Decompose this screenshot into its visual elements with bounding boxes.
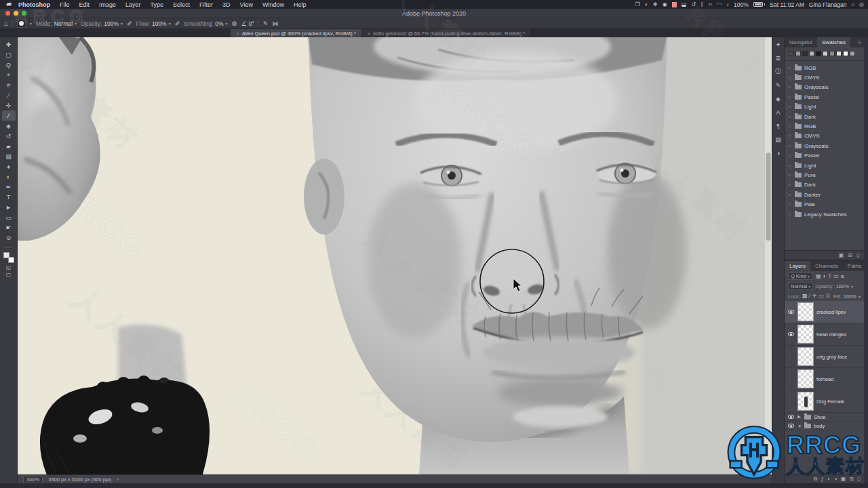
color-swatch[interactable] [802, 51, 808, 56]
twirl-icon[interactable]: › [789, 75, 792, 80]
swatch-folder-light[interactable]: ›Light [785, 161, 864, 170]
twirl-icon[interactable]: › [789, 66, 792, 70]
menu-filter[interactable]: Filter [195, 1, 218, 8]
opacity-value[interactable]: 100% [104, 20, 119, 27]
layer-thumbnail[interactable] [797, 325, 814, 344]
brush-preset-picker[interactable] [17, 19, 26, 28]
bluetooth-icon[interactable]: ᛒ [701, 1, 704, 7]
delete-layer-icon[interactable]: ⬯ [857, 476, 861, 483]
swatch-folder-rgb[interactable]: ›RGB [785, 63, 864, 73]
layer-row[interactable]: forhead [785, 368, 864, 390]
status-chevron-icon[interactable]: › [117, 476, 119, 483]
adjustment-layer-icon[interactable]: ◑ [834, 476, 837, 482]
adjustments-panel-icon[interactable]: ◑ [773, 148, 783, 157]
twirl-icon[interactable]: › [789, 163, 792, 168]
lock-artboard-icon[interactable]: ▭ [819, 293, 825, 300]
lasso-tool[interactable]: Ϙ [2, 60, 16, 70]
quick-selection-tool[interactable]: ⌖ [2, 70, 16, 80]
properties-panel-icon[interactable]: ✎ [773, 81, 783, 89]
color-swatch[interactable] [823, 51, 828, 56]
apple-menu-icon[interactable] [4, 1, 14, 8]
shape-tool[interactable]: ▭ [2, 212, 16, 222]
eye-icon[interactable] [788, 310, 794, 314]
close-tab-icon[interactable]: × [368, 30, 371, 37]
blend-mode-select[interactable]: Normal ▾ [788, 283, 813, 290]
mode-value[interactable]: Normal [54, 20, 73, 27]
character-panel-icon[interactable]: A [773, 108, 783, 117]
blend-mode-control[interactable]: Mode: Normal ▾ [36, 20, 77, 27]
volume-icon[interactable]: ♪ [726, 1, 729, 7]
color-swatch[interactable] [789, 51, 794, 56]
twirl-icon[interactable]: › [789, 182, 792, 187]
twirl-icon[interactable]: › [789, 134, 792, 138]
swatch-folder-pastel[interactable]: ›Pastel [785, 151, 864, 161]
color-swatch[interactable] [843, 51, 848, 56]
eye-icon[interactable] [788, 332, 794, 336]
swatch-folder-cmyk[interactable]: ›CMYK [785, 73, 864, 82]
twirl-icon[interactable]: › [789, 192, 792, 197]
menu-edit[interactable]: Edit [75, 1, 95, 8]
document-canvas[interactable] [18, 37, 772, 474]
quick-mask-icon[interactable]: ◱ [6, 264, 12, 270]
swatch-folder-grayscale[interactable]: ›Grayscale [785, 141, 864, 150]
airplay-display-icon[interactable]: ⬓ [682, 1, 687, 7]
visibility-toggle[interactable] [787, 332, 795, 336]
filter-pixel-icon[interactable]: ▦ [816, 273, 821, 280]
tab-channels[interactable]: Channels [810, 261, 843, 271]
visibility-toggle[interactable] [787, 424, 795, 428]
layer-filter-kind[interactable]: Q Kind ▾ [788, 272, 812, 280]
layer-row[interactable]: Orig Female [785, 390, 864, 413]
paragraph-panel-icon[interactable]: ¶ [773, 121, 783, 130]
swatch-folder-dark[interactable]: ›Dark [785, 112, 864, 121]
swatch-folder-pure[interactable]: ›Pure [785, 170, 864, 180]
filter-shape-icon[interactable]: ▭ [833, 273, 839, 280]
angle-value[interactable]: 0° [249, 20, 254, 27]
document-tab[interactable]: ×Alien Queen.psd @ 300% (cracked lipsv, … [231, 29, 362, 37]
clone-source-panel-icon[interactable]: ◈ [773, 94, 783, 103]
brush-angle-control[interactable]: ∠ 0° [241, 20, 254, 27]
layers-opacity-value[interactable]: 100% [836, 283, 849, 289]
time-machine-icon[interactable]: ↺ [691, 1, 696, 7]
menu-photoshop[interactable]: Photoshop [14, 1, 55, 8]
swatch-folder-light[interactable]: ›Light [785, 102, 864, 112]
layer-thumbnail[interactable] [797, 369, 814, 388]
twirl-icon[interactable]: › [789, 85, 792, 89]
menubar-clock[interactable]: Sat 11:02 AM [770, 1, 804, 8]
foreground-color-swatch[interactable] [3, 252, 9, 258]
clone-stamp-tool[interactable]: ◈ [2, 121, 16, 131]
airbrush-pressure-icon[interactable]: ✐ [127, 20, 132, 27]
layer-style-icon[interactable]: ƒ [821, 476, 824, 482]
twirl-icon[interactable]: › [789, 95, 792, 100]
menu-view[interactable]: View [235, 1, 258, 8]
layer-thumbnail[interactable] [797, 347, 814, 366]
tab-paths[interactable]: Paths [843, 261, 866, 271]
eye-icon[interactable] [788, 424, 794, 428]
pressure-size-icon[interactable]: ✎ [263, 20, 269, 27]
color-swatch[interactable] [836, 51, 842, 56]
layer-row[interactable]: head merged [785, 323, 864, 346]
swatch-folder-rgb[interactable]: ›RGB [785, 121, 864, 131]
gradient-tool[interactable]: ▧ [2, 151, 16, 161]
layer-thumbnail[interactable] [797, 392, 814, 411]
menu-window[interactable]: Window [258, 1, 289, 8]
moon-icon[interactable]: ◗ [645, 1, 648, 7]
lock-transparency-icon[interactable]: ▩ [802, 293, 808, 300]
color-swatch[interactable] [795, 51, 801, 56]
status-zoom-level[interactable]: 300% [23, 476, 43, 483]
new-group-icon[interactable]: ▣ [839, 252, 844, 258]
screen-mode-icon[interactable]: ▢ [6, 272, 12, 278]
filter-adjustment-icon[interactable]: ◐ [823, 273, 826, 280]
new-group-icon[interactable]: ▣ [841, 476, 846, 482]
eraser-tool[interactable]: ▰ [2, 141, 16, 151]
layer-mask-icon[interactable]: ◐ [827, 476, 831, 482]
layer-row[interactable]: ▶Shoe [785, 413, 864, 422]
twirl-icon[interactable]: › [789, 153, 792, 158]
siri-icon[interactable]: ◎ [859, 1, 864, 7]
libraries-panel-icon[interactable]: ▤ [773, 135, 783, 144]
swatch-folder-cmyk[interactable]: ›CMYK [785, 131, 864, 141]
home-screen-icon[interactable]: ⌂ [4, 20, 8, 27]
twirl-icon[interactable]: › [789, 115, 792, 119]
swatch-folder-darker[interactable]: ›Darker [785, 190, 864, 199]
swatch-folder-grayscale[interactable]: ›Grayscale [785, 83, 864, 92]
flow-value[interactable]: 100% [152, 20, 167, 27]
